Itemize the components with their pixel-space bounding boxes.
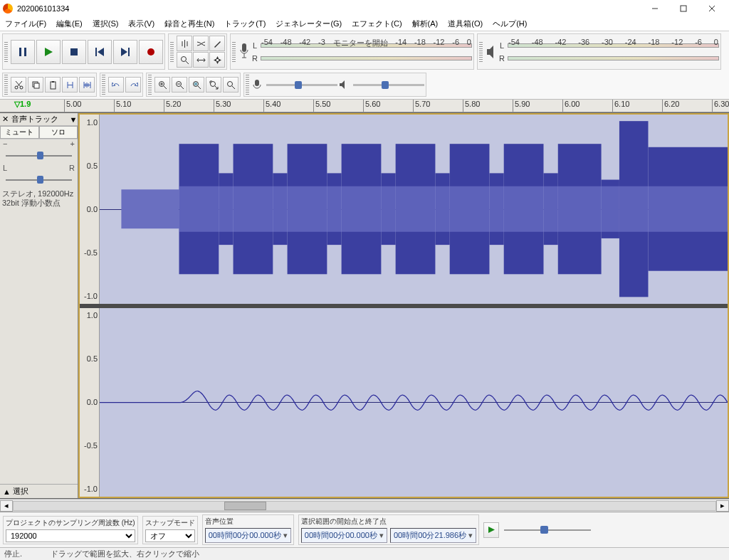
rec-volume-slider[interactable]: [252, 79, 337, 90]
playback-meter-toolbar: L-54-48-42-36-30-24-18-12-60 R: [477, 33, 721, 70]
selection-label: 選択範囲の開始点と終了点: [301, 517, 476, 527]
menu-tracks[interactable]: トラック(T): [219, 17, 271, 31]
scrollbar-thumb[interactable]: [224, 502, 266, 510]
selection-start-field[interactable]: 00時間00分00.000秒▾: [301, 528, 387, 543]
minimize-button[interactable]: [641, 0, 669, 17]
scroll-right-button[interactable]: ▸: [716, 500, 729, 512]
timeshift-tool[interactable]: [193, 52, 209, 68]
menu-effect[interactable]: エフェクト(C): [347, 17, 407, 31]
skip-end-button[interactable]: [113, 40, 137, 64]
timeline-ruler[interactable]: ▽1.9 5.00 5.10 5.20 5.30 5.40 5.50 5.60 …: [0, 100, 729, 112]
zoom-toolbar: [146, 73, 241, 97]
status-bar: 停止. ドラッグで範囲を拡大、右クリックで縮小: [0, 547, 729, 560]
play-button[interactable]: [36, 40, 61, 64]
svg-rect-11: [242, 43, 246, 52]
paste-button[interactable]: [45, 77, 61, 93]
waveform-area: 1.00.50.0-0.5-1.0: [78, 113, 729, 498]
copy-button[interactable]: [28, 77, 43, 93]
selection-toolbar: プロジェクトのサンプリング周波数 (Hz) 192000 スナップモード オフ …: [0, 512, 729, 547]
menu-tools[interactable]: 道具箱(O): [443, 17, 488, 31]
maximize-button[interactable]: [669, 0, 698, 17]
toolbar-handle[interactable]: [148, 75, 152, 95]
snap-label: スナップモード: [145, 518, 195, 528]
menu-file[interactable]: ファイル(F): [0, 17, 51, 31]
menu-transport[interactable]: 録音と再生(N): [159, 17, 219, 31]
menu-generate[interactable]: ジェネレーター(G): [271, 17, 347, 31]
menu-view[interactable]: 表示(V): [123, 17, 159, 31]
close-button[interactable]: [698, 0, 726, 17]
record-button[interactable]: [139, 40, 163, 64]
svg-marker-8: [121, 48, 127, 56]
window-titlebar: 202006101334: [0, 0, 729, 17]
zoom-in-button[interactable]: [154, 77, 170, 93]
toolbar-handle[interactable]: [4, 75, 8, 95]
playback-speed-slider[interactable]: [501, 524, 594, 536]
transport-toolbar: [2, 33, 165, 70]
toolbar-handle[interactable]: [232, 42, 236, 62]
app-logo-icon: [3, 4, 13, 14]
undo-toolbar: [100, 73, 143, 97]
stop-button[interactable]: [62, 40, 86, 64]
menu-analyze[interactable]: 解析(A): [407, 17, 444, 31]
envelope-tool[interactable]: [193, 36, 209, 51]
pause-button[interactable]: [11, 40, 35, 64]
gain-slider[interactable]: [3, 150, 75, 162]
amplitude-ruler: 1.00.50.0-0.5-1.0: [80, 308, 100, 497]
menu-edit[interactable]: 編集(E): [51, 17, 88, 31]
playback-meter[interactable]: L-54-48-42-36-30-24-18-12-60 R: [498, 39, 719, 65]
speaker-icon: [486, 41, 497, 63]
track-select-label[interactable]: 選択: [13, 486, 28, 497]
zoom-tool[interactable]: [177, 52, 192, 68]
menu-select[interactable]: 選択(S): [88, 17, 124, 31]
tracks-area: ✕ 音声トラック ▼ ミュート ソロ −+ LR ステレオ, 192000Hz3…: [0, 112, 729, 499]
toolbar-handle[interactable]: [170, 42, 174, 62]
pan-slider[interactable]: [3, 174, 75, 186]
toolbar-area: L-54-48-42-3モニターを開始-14-18-12-60 R L-54-4…: [0, 31, 729, 100]
audio-position-field[interactable]: 00時間00分00.000秒▾: [205, 528, 291, 543]
svg-point-24: [227, 81, 232, 86]
svg-rect-2: [24, 48, 26, 56]
track-control-panel: ✕ 音声トラック ▼ ミュート ソロ −+ LR ステレオ, 192000Hz3…: [0, 113, 78, 498]
track-menu-dropdown[interactable]: ▼: [69, 115, 78, 124]
draw-tool[interactable]: [209, 36, 225, 51]
play-volume-slider[interactable]: [339, 79, 424, 90]
zoom-out-button[interactable]: [172, 77, 187, 93]
svg-rect-18: [52, 81, 54, 83]
waveform-right[interactable]: [100, 308, 728, 497]
toolbar-handle[interactable]: [102, 75, 105, 95]
toolbar-handle[interactable]: [246, 75, 249, 95]
snap-select[interactable]: オフ: [145, 529, 195, 542]
skip-start-button[interactable]: [88, 40, 112, 64]
window-title: 202006101334: [17, 4, 69, 13]
mic-icon: [252, 79, 262, 90]
redo-button[interactable]: [125, 77, 141, 93]
multi-tool[interactable]: [209, 52, 225, 68]
selection-end-field[interactable]: 00時間00分21.986秒▾: [390, 528, 476, 543]
track-close-button[interactable]: ✕: [0, 115, 10, 124]
zoom-toggle-button[interactable]: [223, 77, 238, 93]
solo-button[interactable]: ソロ: [39, 126, 78, 139]
silence-button[interactable]: [79, 77, 95, 93]
svg-marker-3: [45, 48, 53, 56]
cut-button[interactable]: [11, 77, 26, 93]
zoom-fit-button[interactable]: [206, 77, 221, 93]
horizontal-scrollbar[interactable]: ◂ ▸: [0, 499, 729, 512]
menu-help[interactable]: ヘルプ(H): [488, 17, 532, 31]
svg-point-9: [147, 48, 154, 56]
toolbar-handle[interactable]: [4, 42, 8, 62]
undo-button[interactable]: [108, 77, 124, 93]
waveform-left[interactable]: [100, 115, 728, 304]
zoom-sel-button[interactable]: [189, 77, 204, 93]
scroll-left-button[interactable]: ◂: [0, 500, 13, 512]
track-name[interactable]: 音声トラック: [10, 113, 69, 125]
toolbar-handle[interactable]: [479, 42, 483, 62]
project-rate-select[interactable]: 192000: [6, 529, 135, 542]
mute-button[interactable]: ミュート: [0, 126, 39, 139]
play-at-speed-button[interactable]: [483, 522, 499, 538]
playhead-icon[interactable]: ▽1.9: [14, 100, 31, 109]
collapse-icon[interactable]: ▲: [3, 487, 11, 496]
record-meter[interactable]: L-54-48-42-3モニターを開始-14-18-12-60 R: [251, 39, 472, 65]
selection-tool[interactable]: [177, 36, 192, 51]
scrollbar-track[interactable]: [13, 501, 716, 511]
trim-button[interactable]: [62, 77, 78, 93]
